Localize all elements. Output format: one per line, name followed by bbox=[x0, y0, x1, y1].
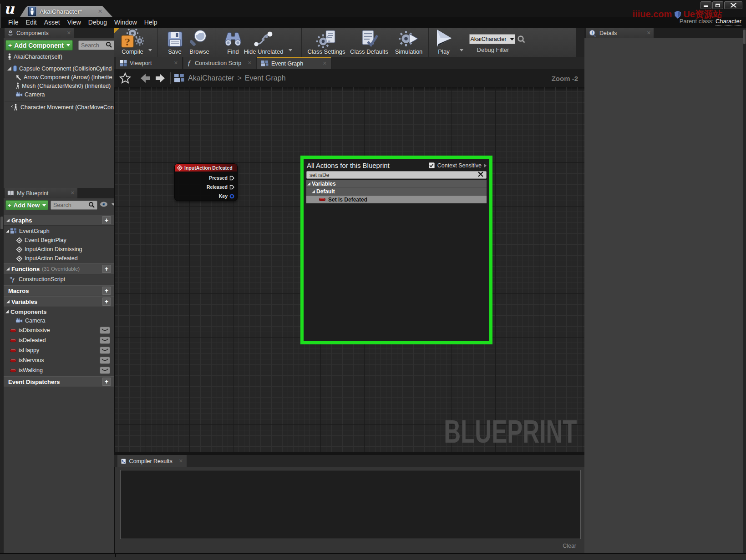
visibility-filter-button[interactable] bbox=[100, 201, 115, 207]
menu-debug[interactable]: Debug bbox=[85, 19, 111, 26]
dock-splitter-handle[interactable] bbox=[743, 30, 746, 44]
components-tab[interactable]: Components ✕ bbox=[5, 28, 74, 38]
components-tab-close-icon[interactable]: ✕ bbox=[61, 30, 71, 36]
pin-released[interactable]: Released bbox=[207, 184, 234, 190]
tree-row-mesh[interactable]: Mesh (CharacterMesh0) (Inherited) bbox=[4, 81, 114, 90]
tree-row-movement[interactable]: Character Movement (CharMoveCon bbox=[4, 103, 114, 111]
tab-viewport[interactable]: Viewport ✕ bbox=[116, 57, 183, 69]
compile-button[interactable]: ? Compile bbox=[117, 28, 148, 55]
variable-visibility-toggle[interactable] bbox=[100, 337, 110, 344]
play-button[interactable]: Play bbox=[432, 28, 455, 55]
compiler-results-log[interactable] bbox=[120, 470, 581, 539]
breadcrumb-root[interactable]: AkaiCharacter bbox=[188, 74, 234, 82]
row-eventgraph[interactable]: EventGraph bbox=[4, 227, 114, 236]
add-function-button[interactable]: + bbox=[102, 265, 111, 273]
variable-visibility-toggle[interactable] bbox=[100, 357, 110, 364]
menu-window[interactable]: Window bbox=[111, 19, 141, 26]
variable-visibility-toggle[interactable] bbox=[100, 367, 110, 374]
my-blueprint-tab-close-icon[interactable]: ✕ bbox=[65, 190, 75, 196]
add-new-button[interactable]: + Add New bbox=[5, 200, 48, 210]
functions-section-header[interactable]: Functions (31 Overridable) + bbox=[4, 263, 114, 274]
navigate-back-icon[interactable] bbox=[139, 73, 151, 84]
variable-row-isnervous[interactable]: isNervous bbox=[4, 355, 114, 365]
event-dispatchers-section-header[interactable]: Event Dispatchers + bbox=[4, 376, 114, 387]
details-tab-close-icon[interactable]: ✕ bbox=[641, 30, 651, 36]
tab-event-graph[interactable]: Event Graph ✕ bbox=[257, 57, 331, 69]
my-blueprint-search-input[interactable]: Search bbox=[51, 201, 97, 210]
actions-search-input[interactable]: set isDe bbox=[306, 171, 487, 179]
variables-section-header[interactable]: Variables + bbox=[4, 296, 114, 307]
actions-category-default[interactable]: Default bbox=[306, 188, 487, 196]
document-tab-akaicharacter[interactable]: AkaiCharacter* ✕ bbox=[20, 6, 112, 17]
add-variable-button[interactable]: + bbox=[102, 298, 111, 306]
tab-close-icon[interactable]: ✕ bbox=[174, 60, 178, 66]
play-options-dropdown[interactable] bbox=[460, 45, 463, 53]
row-event-beginplay[interactable]: Event BeginPlay bbox=[4, 236, 114, 245]
components-search-input[interactable]: Search bbox=[78, 40, 115, 50]
tree-row-arrow[interactable]: Arrow Component (Arrow) (Inherite bbox=[4, 73, 114, 81]
tree-row-capsule[interactable]: Capsule Component (CollisionCylind bbox=[4, 64, 114, 73]
find-button[interactable]: Find bbox=[218, 28, 248, 55]
tab-close-icon[interactable]: ✕ bbox=[179, 458, 183, 464]
add-macro-button[interactable]: + bbox=[102, 287, 111, 295]
macros-section-header[interactable]: Macros + bbox=[4, 285, 114, 296]
pin-pressed[interactable]: Pressed bbox=[209, 175, 234, 181]
window-maximize-button[interactable] bbox=[712, 1, 723, 9]
debug-search-icon[interactable] bbox=[517, 35, 526, 43]
add-graph-button[interactable]: + bbox=[102, 216, 111, 224]
menu-asset[interactable]: Asset bbox=[41, 19, 64, 26]
tab-close-icon[interactable]: ✕ bbox=[323, 61, 327, 66]
compiler-results-tab[interactable]: Compiler Results ✕ bbox=[117, 455, 187, 467]
variable-row-ishappy[interactable]: isHappy bbox=[4, 345, 114, 355]
bookmark-star-icon[interactable] bbox=[119, 72, 131, 84]
menu-file[interactable]: File bbox=[5, 19, 22, 26]
row-constructionscript[interactable]: f ConstructionScript bbox=[4, 275, 114, 284]
debug-object-dropdown[interactable]: AkaiCharacter bbox=[469, 34, 515, 44]
variable-row-iswalking[interactable]: isWalking bbox=[4, 365, 114, 375]
variable-visibility-toggle[interactable] bbox=[100, 327, 110, 334]
compile-options-dropdown[interactable] bbox=[148, 45, 152, 53]
document-tab-close-icon[interactable]: ✕ bbox=[98, 8, 102, 15]
pin-key[interactable]: Key bbox=[219, 193, 234, 199]
navigate-forward-icon[interactable] bbox=[155, 73, 167, 84]
clear-log-button[interactable]: Clear bbox=[563, 543, 576, 549]
context-sensitive-toggle[interactable]: Context Sensitive bbox=[429, 162, 487, 169]
arrow-component-icon bbox=[15, 74, 22, 81]
add-component-button[interactable]: + Add Component bbox=[5, 40, 73, 50]
simulation-button[interactable]: Simulation bbox=[391, 28, 427, 55]
menu-view[interactable]: View bbox=[64, 19, 85, 26]
hide-unrelated-button[interactable]: Hide Unrelated bbox=[245, 28, 282, 55]
node-inputaction-defeated[interactable]: InputAction Defeated Pressed Released Ke… bbox=[174, 163, 238, 201]
expander-icon[interactable] bbox=[7, 66, 11, 71]
checkbox-checked-icon[interactable] bbox=[429, 162, 435, 168]
clear-search-icon[interactable] bbox=[478, 172, 483, 178]
tree-row-self[interactable]: AkaiCharacter(self) bbox=[4, 52, 114, 61]
window-minimize-button[interactable] bbox=[700, 1, 711, 9]
event-graph-canvas[interactable]: BLUEPRINT InputAction Defeated Pressed R… bbox=[114, 87, 584, 452]
row-inputaction-dismissing[interactable]: InputAction Dismissing bbox=[4, 245, 114, 254]
details-tab[interactable]: i Details ✕ bbox=[586, 28, 654, 38]
menu-edit[interactable]: Edit bbox=[22, 19, 41, 26]
tab-construction-script[interactable]: f Construction Scrip ✕ bbox=[183, 57, 256, 69]
row-inputaction-defeated[interactable]: InputAction Defeated bbox=[4, 254, 114, 263]
window-close-button[interactable] bbox=[724, 1, 742, 9]
add-event-dispatcher-button[interactable]: + bbox=[102, 378, 111, 386]
components-category-header[interactable]: Components bbox=[4, 307, 114, 316]
action-set-is-defeated[interactable]: Set Is Defeated bbox=[306, 196, 487, 203]
variable-visibility-toggle[interactable] bbox=[100, 347, 110, 354]
row-camera-component[interactable]: Camera bbox=[4, 316, 114, 325]
variable-row-isdefeated[interactable]: isDefeated bbox=[4, 335, 114, 345]
breadcrumb-current[interactable]: Event Graph bbox=[245, 74, 286, 82]
hide-unrelated-options-dropdown[interactable] bbox=[289, 45, 292, 53]
browse-button[interactable]: Browse bbox=[185, 28, 214, 55]
variable-row-isdismissive[interactable]: isDismissive bbox=[4, 325, 114, 335]
tree-row-camera[interactable]: Camera bbox=[4, 90, 114, 99]
dock-splitter-handle[interactable] bbox=[0, 217, 3, 229]
actions-category-variables[interactable]: Variables bbox=[306, 180, 487, 188]
my-blueprint-tab[interactable]: My Blueprint ✕ bbox=[5, 188, 77, 198]
menu-help[interactable]: Help bbox=[141, 19, 161, 26]
tab-close-icon[interactable]: ✕ bbox=[248, 60, 252, 66]
class-defaults-button[interactable]: Class Defaults bbox=[350, 28, 389, 55]
class-settings-button[interactable]: Class Settings bbox=[306, 28, 347, 55]
graphs-section-header[interactable]: Graphs + bbox=[4, 215, 114, 226]
